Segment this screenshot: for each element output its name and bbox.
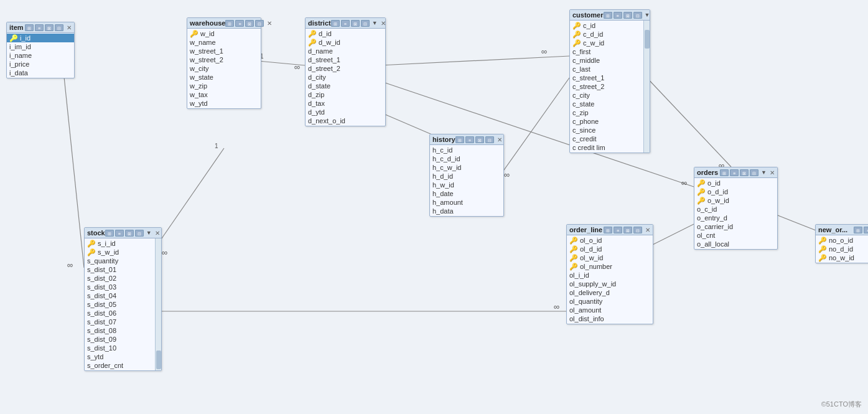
table-stock[interactable]: stock ⊞ ≡ ⊠ ⊟ ▼ ✕ 🔑s_i_id 🔑s_w_id s_quan… <box>84 227 162 371</box>
icon-grid4: ⊟ <box>633 12 642 19</box>
field-o_all_local: o_all_local <box>694 240 777 248</box>
close-icon[interactable]: ✕ <box>155 230 160 237</box>
field-h_c_id: h_c_id <box>430 146 503 154</box>
table-warehouse[interactable]: warehouse ⊞ ≡ ⊠ ⊟ ✕ 🔑w_id w_name w_stree… <box>187 17 261 109</box>
table-warehouse-icons: ⊞ ≡ ⊠ ⊟ ✕ <box>225 20 272 27</box>
field-d_state: d_state <box>306 82 385 90</box>
field-h_data: h_data <box>430 207 503 215</box>
close-icon[interactable]: ✕ <box>770 169 775 176</box>
field-c_w_id: 🔑c_w_id <box>570 39 643 47</box>
icon-grid2: ≡ <box>35 24 44 31</box>
field-ol_cnt: ol_cnt <box>694 231 777 240</box>
close-icon[interactable]: ✕ <box>381 20 386 27</box>
table-new-order-icons: ⊞ ≡ ✕ <box>854 227 868 233</box>
field-s_dist_08: s_dist_08 <box>85 326 155 335</box>
field-c_phone: c_phone <box>570 117 643 126</box>
field-s_dist_02: s_dist_02 <box>85 274 155 283</box>
field-o_entry_d: o_entry_d <box>694 214 777 222</box>
svg-text:∞: ∞ <box>294 62 300 72</box>
table-item-icons: ⊞ ≡ ⊠ ⊟ ✕ <box>25 24 72 31</box>
table-district-body: 🔑d_id 🔑d_w_id d_name d_street_1 d_street… <box>306 29 385 126</box>
table-new-order[interactable]: new_or... ⊞ ≡ ✕ 🔑no_o_id 🔑no_d_id 🔑no_w_… <box>815 224 868 263</box>
icon-grid3: ⊠ <box>351 20 360 27</box>
svg-line-3 <box>258 61 305 65</box>
icon-grid3: ⊠ <box>623 12 632 19</box>
dropdown-arrow-icon[interactable]: ▼ <box>645 12 650 18</box>
icon-grid4: ⊟ <box>361 20 370 27</box>
dropdown-arrow-icon[interactable]: ▼ <box>146 230 152 236</box>
field-s_dist_10: s_dist_10 <box>85 344 155 352</box>
field-i_name: i_name <box>7 51 74 60</box>
field-o_c_id: o_c_id <box>694 205 777 214</box>
icon-grid2: ≡ <box>465 136 474 143</box>
field-d_street_1: d_street_1 <box>306 55 385 64</box>
field-ol_w_id: 🔑ol_w_id <box>567 253 653 262</box>
svg-line-15 <box>501 78 569 174</box>
field-no_d_id: 🔑no_d_id <box>816 245 868 253</box>
table-new-order-header: new_or... ⊞ ≡ ✕ <box>816 225 868 235</box>
field-s_dist_01: s_dist_01 <box>85 265 155 274</box>
field-i_im_id: i_im_id <box>7 42 74 51</box>
icon-grid2: ≡ <box>730 169 739 176</box>
table-item-title: item <box>9 24 24 31</box>
field-s_dist_06: s_dist_06 <box>85 309 155 318</box>
icon-grid1: ⊞ <box>25 24 34 31</box>
table-item-body: 🔑 i_id i_im_id i_name i_price i_data <box>7 33 74 78</box>
field-s_quantity: s_quantity <box>85 256 155 265</box>
table-history-title: history <box>432 136 455 143</box>
table-order-line-body: 🔑ol_o_id 🔑ol_d_id 🔑ol_w_id 🔑ol_number ol… <box>567 235 653 324</box>
field-h_date: h_date <box>430 189 503 198</box>
field-c_street_1: c_street_1 <box>570 73 643 82</box>
table-order-line-title: order_line <box>569 226 602 233</box>
svg-line-17 <box>644 75 731 167</box>
field-c_credit: c_credit <box>570 134 643 143</box>
dropdown-arrow-icon[interactable]: ▼ <box>761 169 767 176</box>
table-order-line-icons: ⊞ ≡ ⊠ ⊟ ✕ <box>604 227 650 233</box>
field-ol_amount: ol_amount <box>567 306 653 314</box>
field-s_dist_03: s_dist_03 <box>85 283 155 291</box>
table-district[interactable]: district ⊞ ≡ ⊠ ⊟ ▼ ✕ 🔑d_id 🔑d_w_id d_nam… <box>305 17 386 126</box>
field-d_next_o_id: d_next_o_id <box>306 116 385 125</box>
close-icon[interactable]: ✕ <box>497 136 502 143</box>
field-d_city: d_city <box>306 73 385 82</box>
field-no_o_id: 🔑no_o_id <box>816 236 868 245</box>
icon-grid2: ≡ <box>235 20 244 27</box>
dropdown-arrow-icon[interactable]: ▼ <box>372 20 378 26</box>
icon-grid3: ⊠ <box>125 230 134 237</box>
svg-line-9 <box>380 56 569 65</box>
icon-grid1: ⊞ <box>331 20 340 27</box>
field-c_zip: c_zip <box>570 108 643 117</box>
icon-grid1: ⊞ <box>225 20 234 27</box>
table-item[interactable]: item ⊞ ≡ ⊠ ⊟ ✕ 🔑 i_id i_im_id i_name i_p… <box>6 22 75 78</box>
table-district-header: district ⊞ ≡ ⊠ ⊟ ▼ ✕ <box>306 18 385 29</box>
field-h_amount: h_amount <box>430 198 503 207</box>
field-c_d_id: 🔑c_d_id <box>570 30 643 39</box>
table-customer-title: customer <box>572 11 604 19</box>
field-ol_delivery_d: ol_delivery_d <box>567 288 653 297</box>
close-icon[interactable]: ✕ <box>67 24 72 31</box>
table-new-order-title: new_or... <box>818 226 847 233</box>
field-d_ytd: d_ytd <box>306 108 385 116</box>
field-h_w_id: h_w_id <box>430 181 503 189</box>
svg-text:∞: ∞ <box>541 47 547 56</box>
field-w_id: 🔑w_id <box>187 29 261 38</box>
table-order-line[interactable]: order_line ⊞ ≡ ⊠ ⊟ ✕ 🔑ol_o_id 🔑ol_d_id 🔑… <box>566 224 653 324</box>
table-stock-header: stock ⊞ ≡ ⊠ ⊟ ▼ ✕ <box>85 228 161 238</box>
close-icon[interactable]: ✕ <box>267 20 272 27</box>
field-i_price: i_price <box>7 60 74 68</box>
icon-grid2: ≡ <box>614 227 622 233</box>
close-icon[interactable]: ✕ <box>645 227 650 233</box>
field-s_ytd: s_ytd <box>85 352 155 361</box>
table-customer[interactable]: customer ⊞ ≡ ⊠ ⊟ ▼ ✕ 🔑c_id 🔑c_d_id 🔑c_w_… <box>569 9 650 153</box>
table-orders[interactable]: orders ⊞ ≡ ⊠ ⊟ ▼ ✕ 🔑o_id 🔑o_d_id 🔑o_w_id… <box>694 167 778 250</box>
field-w_name: w_name <box>187 38 261 47</box>
icon-grid4: ⊟ <box>633 227 642 233</box>
icon-grid2: ≡ <box>864 227 868 233</box>
icon-grid4: ⊟ <box>55 24 63 31</box>
field-ol_i_id: ol_i_id <box>567 271 653 280</box>
table-history-icons: ⊞ ≡ ⊠ ⊟ ✕ <box>455 136 502 143</box>
table-history-body: h_c_id h_c_d_id h_c_w_id h_d_id h_w_id h… <box>430 145 503 216</box>
table-history[interactable]: history ⊞ ≡ ⊠ ⊟ ✕ h_c_id h_c_d_id h_c_w_… <box>429 134 504 217</box>
table-orders-icons: ⊞ ≡ ⊠ ⊟ ▼ ✕ <box>720 169 775 176</box>
icon-grid1: ⊞ <box>455 136 464 143</box>
